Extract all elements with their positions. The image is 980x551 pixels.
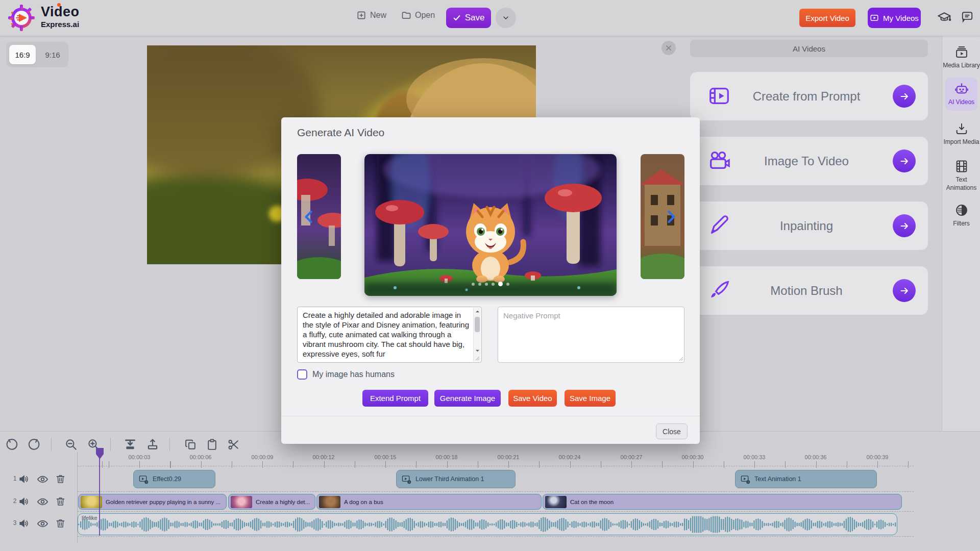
feedback-chat-icon[interactable] xyxy=(961,10,974,23)
humans-checkbox[interactable] xyxy=(297,369,307,380)
media-library-icon xyxy=(954,45,969,59)
prompt-scrollbar[interactable] xyxy=(473,308,481,362)
clip-effect-icon xyxy=(741,474,750,484)
carousel-dot[interactable] xyxy=(485,283,488,286)
close-icon xyxy=(665,44,672,52)
timeline-clip[interactable]: Create a highly det... xyxy=(228,494,315,510)
zoom-out-button[interactable] xyxy=(63,437,79,452)
timeline-clip[interactable]: Lower Third Animation 1 xyxy=(396,470,516,488)
track-number: 1 xyxy=(11,475,18,482)
open-label: Open xyxy=(415,11,435,20)
generate-ai-video-modal: Generate AI Video xyxy=(281,117,700,444)
playhead[interactable] xyxy=(96,448,104,459)
modal-divider xyxy=(281,416,700,416)
ratio-9-16-button[interactable]: 9:16 xyxy=(40,45,65,64)
carousel-dot-active[interactable] xyxy=(498,282,503,286)
copy-button[interactable] xyxy=(183,437,198,452)
folder-icon xyxy=(401,10,411,20)
scroll-up-icon[interactable] xyxy=(474,308,481,315)
aspect-ratio-toggle: 16:9 9:16 xyxy=(6,42,68,67)
track-delete-button[interactable] xyxy=(55,496,66,507)
carousel-dot[interactable] xyxy=(492,283,495,286)
sidebar-item-import-media[interactable]: Import Media xyxy=(942,121,980,146)
sidebar-item-text-animations[interactable]: Text Animations xyxy=(942,159,980,192)
negative-prompt-input[interactable] xyxy=(498,307,684,363)
brush-icon xyxy=(707,279,731,302)
carousel-current-image[interactable] xyxy=(364,154,617,296)
app-logo-icon xyxy=(7,4,36,32)
new-label: New xyxy=(370,11,386,20)
arrow-right-icon[interactable] xyxy=(893,149,916,172)
carousel-right-arrow[interactable] xyxy=(662,208,679,226)
extend-prompt-button[interactable]: Extend Prompt xyxy=(362,390,428,407)
modal-close-button[interactable]: Close xyxy=(656,423,688,439)
save-options-button[interactable] xyxy=(496,8,516,28)
carousel-dot[interactable] xyxy=(506,283,509,286)
track-separator xyxy=(78,466,914,466)
track-mute-button[interactable] xyxy=(18,518,30,529)
arrow-right-icon[interactable] xyxy=(893,214,916,237)
track-separator xyxy=(78,511,914,512)
create-from-prompt-card[interactable]: Create from Prompt xyxy=(690,72,928,120)
redo-button[interactable] xyxy=(27,437,42,452)
scroll-down-icon[interactable] xyxy=(474,347,481,355)
insert-track-button[interactable] xyxy=(122,437,138,452)
scrollbar-thumb[interactable] xyxy=(475,317,480,332)
track-visibility-button[interactable] xyxy=(37,518,48,530)
prompt-input[interactable]: Create a highly detailed and adorable im… xyxy=(297,307,482,363)
timeline-clip[interactable]: Golden retriever puppy playing in a sunn… xyxy=(78,494,227,510)
track-delete-button[interactable] xyxy=(55,473,66,484)
track-mute-button[interactable] xyxy=(18,496,30,507)
carousel-left-arrow[interactable] xyxy=(301,208,318,226)
toolbar-divider xyxy=(51,438,52,451)
preview-close-button[interactable] xyxy=(662,41,676,55)
track-visibility-button[interactable] xyxy=(37,473,48,485)
clip-thumbnail xyxy=(319,496,340,508)
motion-brush-card[interactable]: Motion Brush xyxy=(690,266,928,315)
save-button[interactable]: Save xyxy=(446,8,491,28)
undo-button[interactable] xyxy=(4,437,19,452)
sidebar-item-filters[interactable]: Filters xyxy=(942,203,980,228)
film-frame-icon xyxy=(954,159,969,173)
arrow-right-icon[interactable] xyxy=(893,279,916,302)
clip-thumbnail xyxy=(231,496,252,508)
carousel-dot[interactable] xyxy=(472,283,475,286)
sidebar-item-media-library[interactable]: Media Library xyxy=(942,45,980,70)
top-bar: Video Express.ai New Open Save Export Vi… xyxy=(0,0,980,36)
paste-button[interactable] xyxy=(204,437,219,452)
track-visibility-button[interactable] xyxy=(37,496,48,508)
save-video-button[interactable]: Save Video xyxy=(508,390,557,407)
resize-grip-icon[interactable] xyxy=(475,356,480,361)
ratio-16-9-button[interactable]: 16:9 xyxy=(9,45,36,64)
my-videos-button[interactable]: My Videos xyxy=(868,8,921,28)
generate-image-button[interactable]: Generate Image xyxy=(434,390,501,407)
sidebar-item-ai-videos[interactable]: AI Videos xyxy=(945,78,977,111)
track-delete-button[interactable] xyxy=(55,518,66,529)
timeline-clip[interactable]: Text Animation 1 xyxy=(735,470,877,488)
timeline-clip[interactable]: Cat on the moon xyxy=(543,494,902,510)
playhead-line xyxy=(99,458,100,536)
timeline: 00:00:03 00:00:06 00:00:09 00:00:12 00:0… xyxy=(0,431,980,551)
chevron-down-icon xyxy=(502,14,510,22)
track-mute-button[interactable] xyxy=(18,473,30,485)
image-to-video-card[interactable]: Image To Video xyxy=(690,137,928,185)
lift-track-button[interactable] xyxy=(145,437,160,452)
tutorials-icon[interactable] xyxy=(937,10,951,24)
arrow-right-icon[interactable] xyxy=(893,85,916,108)
export-video-button[interactable]: Export Video xyxy=(799,9,855,27)
track-separator xyxy=(78,536,914,537)
cut-button[interactable] xyxy=(226,437,241,452)
carousel-dot[interactable] xyxy=(478,283,481,286)
timeline-clip[interactable]: Effect0.29 xyxy=(133,470,215,488)
audio-clip[interactable]: lifelike xyxy=(78,513,897,535)
save-image-button[interactable]: Save Image xyxy=(565,390,616,407)
open-button[interactable]: Open xyxy=(401,10,435,20)
clip-thumbnail xyxy=(545,496,567,508)
timeline-clip[interactable]: A dog on a bus xyxy=(316,494,542,510)
pen-icon xyxy=(707,214,731,237)
filters-icon xyxy=(954,203,969,217)
new-button[interactable]: New xyxy=(356,10,386,20)
ai-panel-header: AI Videos xyxy=(690,40,928,57)
inpainting-card[interactable]: Inpainting xyxy=(690,202,928,250)
track-number: 2 xyxy=(11,497,18,505)
